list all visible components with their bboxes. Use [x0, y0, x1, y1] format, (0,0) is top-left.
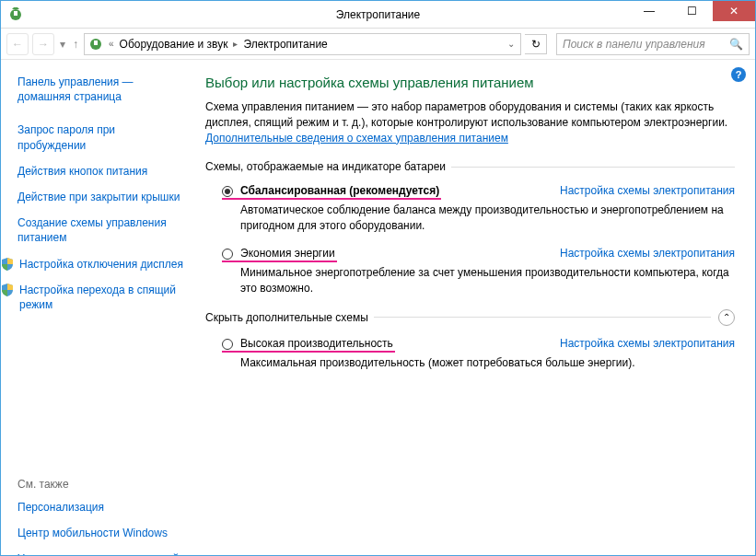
learn-more-link[interactable]: Дополнительные сведения о схемах управле…	[205, 132, 508, 145]
page-description: Схема управления питанием — это набор па…	[205, 99, 735, 145]
plan-name[interactable]: Экономия энергии	[240, 247, 335, 260]
body: Панель управления — домашняя страница За…	[1, 60, 755, 555]
plan-description: Автоматическое соблюдение баланса между …	[240, 203, 735, 234]
sidebar-link-sleep[interactable]: Настройка перехода в спящий режим	[1, 283, 183, 312]
see-also-label: См. также	[17, 478, 183, 491]
shield-icon	[1, 258, 14, 271]
sidebar-link-password[interactable]: Запрос пароля при пробуждении	[17, 122, 183, 152]
window-title: Электропитание	[336, 8, 420, 21]
back-button[interactable]: ←	[6, 33, 29, 55]
change-plan-link[interactable]: Настройка схемы электропитания	[560, 247, 735, 260]
power-icon	[8, 7, 23, 22]
plan-description: Максимальная производительность (может п…	[240, 355, 735, 371]
help-icon[interactable]: ?	[731, 67, 746, 82]
shield-icon	[1, 284, 14, 296]
history-dropdown-icon[interactable]: ▾	[60, 38, 65, 51]
breadcrumb-item[interactable]: Оборудование и звук	[120, 38, 228, 51]
close-button[interactable]: ✕	[713, 1, 755, 21]
minimize-button[interactable]: —	[628, 1, 670, 21]
page-title: Выбор или настройка схемы управления пит…	[205, 75, 735, 90]
radio-power-saver[interactable]	[222, 249, 233, 260]
change-plan-link[interactable]: Настройка схемы электропитания	[560, 184, 735, 197]
plan-high-performance: Высокая производительность Настройка схе…	[222, 337, 735, 371]
sidebar-link-display-off[interactable]: Настройка отключения дисплея	[1, 257, 183, 272]
chevron-icon: «	[107, 39, 116, 49]
maximize-button[interactable]: ☐	[670, 1, 713, 21]
titlebar: Электропитание — ☐ ✕	[1, 1, 755, 29]
plan-name[interactable]: Сбалансированная (рекомендуется)	[240, 184, 439, 197]
sidebar-link-create-plan[interactable]: Создание схемы управления питанием	[17, 215, 183, 245]
window-buttons: — ☐ ✕	[628, 1, 755, 28]
plan-description: Минимальное энергопотребление за счет ум…	[240, 265, 735, 296]
svg-rect-3	[94, 41, 98, 45]
main-content: ? Выбор или настройка схемы управления п…	[194, 60, 755, 555]
breadcrumb[interactable]: « Оборудование и звук ▸ Электропитание ⌄	[84, 33, 521, 55]
search-icon[interactable]: 🔍	[729, 38, 743, 51]
search-input[interactable]: Поиск в панели управления 🔍	[556, 33, 750, 55]
plan-balanced: Сбалансированная (рекомендуется) Настрой…	[222, 184, 735, 234]
sidebar-link-mobility[interactable]: Центр мобильности Windows	[17, 526, 183, 540]
svg-rect-1	[14, 11, 17, 16]
sidebar-link-personalization[interactable]: Персонализация	[17, 500, 183, 515]
section-battery-plans: Схемы, отображаемые на индикаторе батаре…	[205, 160, 735, 173]
chevron-right-icon: ▸	[231, 39, 239, 49]
plan-power-saver: Экономия энергии Настройка схемы электро…	[222, 247, 735, 296]
collapse-button[interactable]: ⌃	[718, 309, 735, 326]
section-additional-plans[interactable]: Скрыть дополнительные схемы ⌃	[205, 309, 735, 326]
power-icon	[88, 37, 103, 52]
change-plan-link[interactable]: Настройка схемы электропитания	[560, 337, 735, 350]
up-button[interactable]: ↑	[73, 38, 78, 51]
sidebar-link-accounts[interactable]: Учетные записи пользователей	[17, 551, 183, 556]
plan-name[interactable]: Высокая производительность	[240, 337, 393, 350]
sidebar-home-link[interactable]: Панель управления — домашняя страница	[17, 75, 183, 104]
breadcrumb-item[interactable]: Электропитание	[243, 38, 327, 51]
navbar: ← → ▾ ↑ « Оборудование и звук ▸ Электроп…	[1, 29, 755, 60]
search-placeholder: Поиск в панели управления	[563, 38, 705, 51]
refresh-button[interactable]: ↻	[525, 34, 547, 54]
radio-balanced[interactable]	[222, 186, 233, 197]
sidebar-link-buttons[interactable]: Действия кнопок питания	[17, 164, 183, 179]
chevron-down-icon[interactable]: ⌄	[506, 39, 517, 49]
radio-high-performance[interactable]	[222, 339, 233, 350]
forward-button[interactable]: →	[32, 33, 54, 55]
sidebar-link-lid[interactable]: Действие при закрытии крышки	[17, 190, 183, 204]
sidebar: Панель управления — домашняя страница За…	[1, 60, 194, 555]
